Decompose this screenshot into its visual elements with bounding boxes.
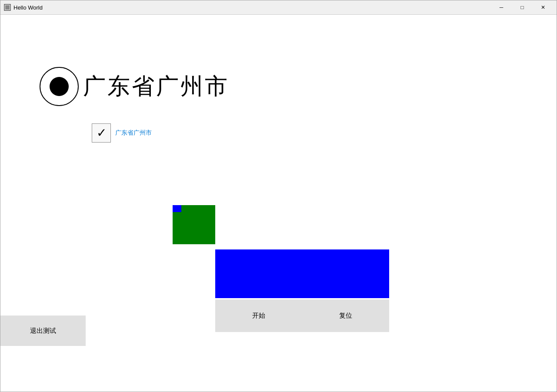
main-window: Hello World ─ □ ✕ 广东省广州市 ✓ 广东省广州市	[0, 0, 557, 392]
title-bar: Hello World ─ □ ✕	[0, 0, 557, 15]
window-controls: ─ □ ✕	[491, 0, 553, 15]
checkbox-group[interactable]: ✓ 广东省广州市	[92, 123, 152, 143]
radio-label: 广东省广州市	[83, 71, 229, 102]
checkbox-check-icon: ✓	[97, 127, 107, 139]
svg-rect-1	[5, 5, 10, 10]
maximize-button[interactable]: □	[512, 0, 532, 15]
blue-small-square	[173, 205, 181, 212]
checkbox[interactable]: ✓	[92, 123, 111, 143]
radio-group[interactable]: 广东省广州市	[40, 67, 229, 106]
close-button[interactable]: ✕	[533, 0, 553, 15]
minimize-button[interactable]: ─	[491, 0, 511, 15]
blue-rectangle	[215, 249, 389, 298]
start-button[interactable]: 开始	[243, 309, 274, 322]
reset-button[interactable]: 复位	[330, 309, 361, 322]
radio-circle	[40, 67, 79, 106]
radio-dot	[50, 77, 69, 96]
window-title: Hello World	[13, 4, 491, 11]
button-panel: 开始 复位	[215, 299, 389, 332]
checkbox-label: 广东省广州市	[115, 129, 152, 137]
window-icon	[4, 4, 11, 11]
window-content: 广东省广州市 ✓ 广东省广州市 开始 复位 退出测试	[0, 15, 557, 392]
exit-area[interactable]: 退出测试	[0, 316, 86, 346]
exit-button-label: 退出测试	[30, 327, 56, 335]
